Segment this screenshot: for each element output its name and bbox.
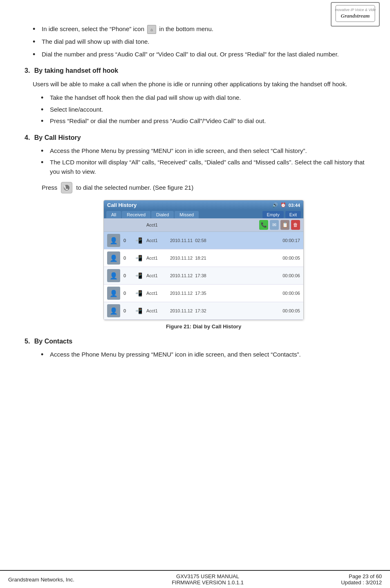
section3-intro: Users will be able to make a call when t…: [33, 79, 365, 89]
empty-button[interactable]: Empty: [262, 211, 283, 218]
avatar-1: 👤: [107, 251, 120, 265]
header-action-col: 📞 ✉ 📋 🗑: [259, 220, 300, 230]
call-date-3: 2010.11.12 17:35: [170, 291, 270, 296]
call-duration-2: 00:00:06: [273, 273, 300, 278]
call-row-0: 👤 0 📲 Acct1 2010.11.11 02:58 00:00:17: [104, 232, 303, 249]
section3-bullet-2-text: Select line/account.: [50, 106, 103, 113]
section3-bullet-3: Press “Redial” or dial the number and pr…: [41, 117, 365, 126]
call-date-0: 2010.11.11 02:58: [170, 238, 270, 243]
tab-received[interactable]: Received: [122, 211, 150, 218]
call-icon-3: 📲: [134, 289, 143, 298]
avatar-2: 👤: [107, 269, 120, 282]
header-acct-col: Acct1: [146, 222, 167, 227]
call-icon-0: 📲: [134, 236, 143, 245]
call-icon-4: 📲: [134, 306, 143, 315]
section4-title: By Call History: [34, 134, 81, 141]
section3-intro-text: Users will be able to make a call when t…: [33, 81, 347, 88]
volume-icon: 🔊: [272, 202, 278, 208]
section5-bullet-list: Access the Phone Menu by pressing “MENU”…: [41, 350, 365, 359]
screenshot-wrapper: Call History 🔊 ⏰ 03:44 All Received Dial…: [42, 200, 365, 330]
call-action-icon[interactable]: 📞: [259, 220, 268, 230]
footer-right: Page 23 of 60 Updated : 3/2012: [341, 573, 382, 586]
section3-title: By taking handset off hook: [34, 67, 118, 74]
call-num-4: 0: [123, 308, 131, 313]
avatar-3: 👤: [107, 287, 120, 300]
call-acct-1: Acct1: [146, 256, 167, 260]
section5-bullet-1: Access the Phone Menu by pressing “MENU”…: [41, 350, 365, 359]
avatar-4: 👤: [107, 304, 120, 317]
section4-bullet-2: The LCD monitor will display “All” calls…: [41, 158, 365, 176]
bullet-audio-call: Dial the number and press “Audio Call” o…: [33, 50, 365, 59]
call-num-2: 0: [123, 273, 131, 278]
intro-bullet-list: In idle screen, select the “Phone” icon …: [33, 25, 365, 59]
call-acct-3: Acct1: [146, 291, 167, 296]
section3-bullet-1: Take the handset off hook then the dial …: [41, 93, 365, 103]
call-row-4: 👤 0 📲 Acct1 2010.11.12 17:32 00:00:05: [104, 302, 303, 320]
call-num-3: 0: [123, 291, 131, 296]
section5-heading: 5. By Contacts: [25, 338, 365, 345]
press-text-before: Press: [42, 183, 57, 193]
page-content: Innovative IP Voice & Video Grandstream …: [0, 0, 390, 568]
section4-number: 4.: [25, 134, 30, 141]
call-date-1: 2010.11.12 18:21: [170, 256, 270, 260]
footer-left: Grandstream Networks, Inc.: [8, 577, 74, 583]
section5-title: By Contacts: [34, 338, 72, 345]
section4-heading: 4. By Call History: [25, 134, 365, 141]
screenshot-tabs-row: All Received Dialed Missed Empty Exit: [104, 210, 303, 218]
call-icon-1: 📲: [134, 254, 143, 263]
screenshot-titlebar: Call History 🔊 ⏰ 03:44: [104, 200, 303, 210]
call-duration-3: 00:00:06: [273, 291, 300, 296]
section3-bullet-1-text: Take the handset off hook then the dial …: [50, 94, 241, 101]
delete-action-icon[interactable]: 🗑: [291, 220, 300, 230]
footer-center: GXV3175 USER MANUAL FIRMWARE VERSION 1.0…: [172, 573, 244, 586]
exit-button[interactable]: Exit: [285, 211, 301, 218]
call-icon-2: 📲: [134, 271, 143, 280]
screenshot-titlebar-right: 🔊 ⏰ 03:44: [272, 202, 300, 208]
logo-area: Innovative IP Voice & Video Grandstream: [333, 4, 378, 25]
bullet-dial-pad-text: The dial pad will show up with dial tone…: [42, 38, 149, 45]
section3-bullet-list: Take the handset off hook then the dial …: [41, 93, 365, 126]
section4: 4. By Call History Access the Phone Menu…: [25, 134, 365, 330]
footer-firmware: FIRMWARE VERSION 1.0.1.1: [172, 579, 244, 586]
call-num-0: 0: [123, 238, 131, 243]
message-action-icon[interactable]: ✉: [270, 220, 279, 230]
svg-text:Innovative IP Voice & Video: Innovative IP Voice & Video: [335, 8, 376, 12]
screenshot-titlebar-left: Call History: [107, 202, 137, 208]
call-row-1: 👤 0 📲 Acct1 2010.11.12 18:21 00:00:05: [104, 249, 303, 267]
dial-phone-icon: [61, 182, 72, 193]
call-date-4: 2010.11.12 17:32: [170, 308, 270, 313]
footer-page: Page 23 of 60: [341, 573, 382, 579]
section5-number: 5.: [25, 338, 30, 345]
call-acct-4: Acct1: [146, 308, 167, 313]
info-action-icon[interactable]: 📋: [280, 220, 289, 230]
call-date-2: 2010.11.12 17:38: [170, 273, 270, 278]
avatar-0: 👤: [107, 234, 120, 247]
press-dial-line: Press to dial the selected number. (See …: [42, 182, 365, 193]
section3-bullet-2: Select line/account.: [41, 105, 365, 114]
bullet-phone-icon-text-after: in the bottom menu.: [159, 25, 213, 32]
logo-box: Innovative IP Voice & Video Grandstream: [331, 2, 380, 27]
section3-heading: 3. By taking handset off hook: [25, 67, 365, 74]
call-acct-2: Acct1: [146, 273, 167, 278]
footer-company: Grandstream Networks, Inc.: [8, 577, 74, 583]
section3-bullet-3-text: Press “Redial” or dial the number and pr…: [50, 117, 266, 124]
section4-bullet-1: Access the Phone Menu by pressing “MENU”…: [41, 146, 365, 156]
svg-text:Grandstream: Grandstream: [341, 13, 370, 19]
press-text-after: to dial the selected number. (See figure…: [76, 183, 193, 193]
call-acct-0: Acct1: [146, 238, 167, 243]
page-footer: Grandstream Networks, Inc. GXV3175 USER …: [0, 570, 390, 588]
section3-number: 3.: [25, 67, 30, 74]
section5-bullet-1-text: Access the Phone Menu by pressing “MENU”…: [50, 351, 301, 358]
phone-home-icon: ⌂: [147, 25, 156, 34]
screenshot-tab-buttons: Empty Exit: [262, 211, 301, 218]
tab-all[interactable]: All: [106, 211, 121, 218]
call-duration-0: 00:00:17: [273, 238, 300, 243]
screenshot-title: Call History: [107, 202, 137, 208]
section4-bullet-1-text: Access the Phone Menu by pressing “MENU”…: [50, 147, 307, 154]
screenshot-header-row: Acct1 📞 ✉ 📋 🗑: [104, 218, 303, 232]
footer-updated: Updated : 3/2012: [341, 579, 382, 586]
tab-dialed[interactable]: Dialed: [151, 211, 174, 218]
bullet-dial-pad: The dial pad will show up with dial tone…: [33, 37, 365, 47]
call-history-screenshot: Call History 🔊 ⏰ 03:44 All Received Dial…: [103, 200, 304, 320]
tab-missed[interactable]: Missed: [175, 211, 199, 218]
